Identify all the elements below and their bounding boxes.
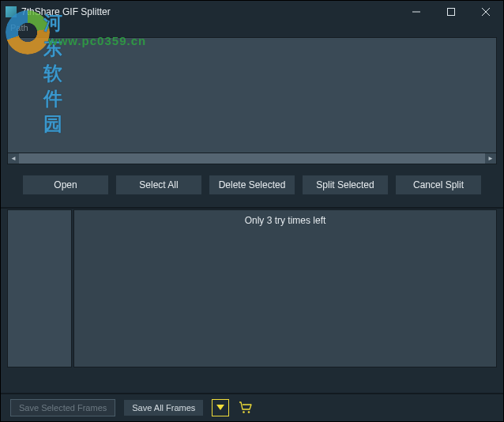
save-selected-frames-button[interactable]: Save Selected Frames — [10, 399, 115, 416]
app-icon — [6, 6, 17, 17]
minimize-button[interactable] — [399, 1, 434, 23]
bottom-toolbar: Save Selected Frames Save All Frames — [1, 393, 503, 421]
open-button[interactable]: Open — [23, 175, 108, 194]
titlebar: 7thShare GIF Splitter — [1, 1, 503, 23]
app-title: 7thShare GIF Splitter — [21, 6, 111, 17]
cancel-split-button[interactable]: Cancel Split — [396, 175, 481, 194]
svg-point-6 — [248, 411, 250, 413]
frames-preview-area — [7, 37, 497, 153]
separator — [1, 207, 503, 209]
thumbnail-panel — [7, 209, 72, 367]
path-label: Path — [1, 23, 503, 36]
select-all-button[interactable]: Select All — [116, 175, 201, 194]
svg-point-5 — [243, 411, 246, 413]
main-view-panel: Only 3 try times left — [73, 209, 497, 367]
maximize-button[interactable] — [434, 1, 468, 23]
svg-rect-1 — [448, 9, 455, 16]
lower-section: Only 3 try times left — [7, 209, 497, 367]
save-all-frames-button[interactable]: Save All Frames — [123, 399, 204, 416]
scroll-track[interactable] — [19, 153, 485, 164]
dropdown-icon[interactable] — [212, 399, 229, 416]
svg-marker-4 — [216, 405, 224, 410]
cart-icon[interactable] — [237, 399, 254, 416]
close-button[interactable] — [468, 1, 503, 23]
trial-message: Only 3 try times left — [245, 215, 326, 367]
scroll-left-button[interactable]: ◄ — [8, 153, 19, 164]
delete-selected-button[interactable]: Delete Selected — [209, 175, 295, 194]
action-toolbar: Open Select All Delete Selected Split Se… — [1, 164, 503, 205]
scroll-right-button[interactable]: ► — [485, 153, 496, 164]
horizontal-scrollbar[interactable]: ◄ ► — [7, 153, 497, 164]
split-selected-button[interactable]: Split Selected — [303, 175, 388, 194]
